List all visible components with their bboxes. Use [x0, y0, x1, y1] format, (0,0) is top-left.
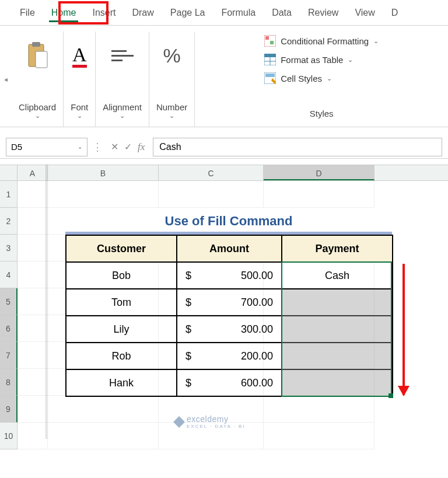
formula-input[interactable]: Cash	[153, 138, 442, 156]
svg-rect-11	[265, 74, 275, 77]
group-number[interactable]: % Number⌄	[149, 32, 195, 127]
tab-insert[interactable]: Insert	[84, 0, 124, 26]
group-number-label: Number⌄	[156, 102, 187, 124]
tab-review[interactable]: Review	[300, 0, 346, 26]
tab-file[interactable]: File	[12, 0, 43, 26]
cell-payment[interactable]	[282, 369, 393, 396]
table-row: Hank $600.00	[66, 369, 393, 396]
conditional-formatting-icon	[264, 35, 276, 47]
tab-data[interactable]: Data	[264, 0, 300, 26]
paste-icon	[25, 35, 50, 76]
table-row: Bob $500.00 Cash	[66, 262, 393, 289]
table-row: Lily $300.00	[66, 316, 393, 343]
col-header-A[interactable]: A	[18, 165, 48, 180]
header-customer[interactable]: Customer	[66, 235, 177, 262]
data-table: Customer Amount Payment Bob $500.00 Cash…	[65, 235, 393, 397]
row-header-2[interactable]: 2	[0, 208, 18, 235]
column-headers: A B C D	[0, 165, 448, 181]
formula-bar-divider: ⋮	[88, 141, 107, 153]
cell-payment[interactable]: Cash	[282, 262, 393, 289]
ribbon: ◂ Clipboard⌄ A Font⌄ Alignment⌄ % Number…	[0, 26, 448, 127]
format-as-table-icon	[264, 54, 276, 65]
col-header-B[interactable]: B	[48, 165, 159, 180]
group-styles-label: Styles	[310, 109, 334, 123]
tab-draw[interactable]: Draw	[124, 0, 162, 26]
svg-rect-1	[32, 42, 40, 47]
row-header-6[interactable]: 6	[0, 315, 18, 342]
group-alignment-label: Alignment⌄	[103, 102, 142, 124]
chevron-down-icon: ⌄	[78, 144, 82, 150]
enter-icon[interactable]: ✓	[124, 141, 132, 153]
tab-formulas[interactable]: Formula	[213, 0, 264, 26]
group-styles: Conditional Formatting⌄ Format as Table⌄…	[195, 32, 448, 127]
col-header-C[interactable]: C	[159, 165, 264, 180]
name-box[interactable]: D5 ⌄	[6, 138, 88, 156]
cell-payment[interactable]	[282, 316, 393, 343]
tab-view[interactable]: View	[346, 0, 383, 26]
cell-payment[interactable]	[282, 343, 393, 369]
cell-amount[interactable]: $700.00	[177, 289, 282, 316]
alignment-icon	[111, 35, 134, 76]
cell-amount[interactable]: $600.00	[177, 369, 282, 396]
row-header-8[interactable]: 8	[0, 369, 18, 396]
group-font-label: Font⌄	[71, 102, 88, 124]
formula-bar: D5 ⌄ ⋮ ✕ ✓ fx Cash	[0, 135, 448, 159]
select-all-corner[interactable]	[0, 165, 18, 180]
row-header-9[interactable]: 9	[0, 396, 18, 423]
group-clipboard[interactable]: Clipboard⌄	[12, 32, 64, 127]
percent-icon: %	[163, 35, 181, 76]
col-header-D[interactable]: D	[264, 165, 374, 180]
ribbon-scroll-left[interactable]: ◂	[0, 32, 12, 127]
title-cell[interactable]: Use of Fill Command	[65, 208, 392, 235]
group-font[interactable]: A Font⌄	[64, 32, 96, 127]
group-clipboard-label: Clipboard⌄	[19, 102, 56, 124]
cell-customer[interactable]: Tom	[66, 289, 177, 316]
group-alignment[interactable]: Alignment⌄	[96, 32, 149, 127]
row-header-1[interactable]: 1	[0, 181, 18, 208]
row-header-10[interactable]: 10	[0, 423, 18, 449]
cell-styles-button[interactable]: Cell Styles⌄	[264, 72, 332, 84]
svg-rect-4	[265, 36, 269, 40]
svg-rect-2	[36, 51, 47, 68]
row-header-3[interactable]: 3	[0, 235, 18, 261]
cell-amount[interactable]: $200.00	[177, 343, 282, 369]
cell-customer[interactable]: Rob	[66, 343, 177, 369]
callout-arrow-down	[402, 264, 405, 395]
cancel-icon[interactable]: ✕	[111, 141, 118, 153]
watermark: exceldemy EXCEL · DATA · BI	[175, 414, 246, 429]
row-header-7[interactable]: 7	[0, 342, 18, 369]
svg-rect-5	[270, 41, 274, 44]
fx-icon[interactable]: fx	[138, 141, 145, 153]
table-header-row: Customer Amount Payment	[66, 235, 393, 262]
row-header-4[interactable]: 4	[0, 261, 18, 288]
header-payment[interactable]: Payment	[282, 235, 393, 262]
watermark-icon	[173, 416, 185, 428]
cell-amount[interactable]: $500.00	[177, 262, 282, 289]
ribbon-tabs: File Home Insert Draw Page La Formula Da…	[0, 0, 448, 26]
tab-home[interactable]: Home	[43, 0, 85, 26]
cell-customer[interactable]: Hank	[66, 369, 177, 396]
tab-more[interactable]: D	[383, 0, 407, 26]
cell-amount[interactable]: $300.00	[177, 316, 282, 343]
worksheet[interactable]: A B C D 1 2 3 4 5 6 7 8 9 10 Use of Fill…	[0, 165, 448, 449]
tab-page-layout[interactable]: Page La	[162, 0, 214, 26]
cell-payment[interactable]	[282, 289, 393, 316]
format-as-table-button[interactable]: Format as Table⌄	[264, 54, 353, 65]
table-row: Rob $200.00	[66, 343, 393, 369]
cell-customer[interactable]: Bob	[66, 262, 177, 289]
table-row: Tom $700.00	[66, 289, 393, 316]
cell-customer[interactable]: Lily	[66, 316, 177, 343]
conditional-formatting-button[interactable]: Conditional Formatting⌄	[264, 35, 379, 47]
row-header-5[interactable]: 5	[0, 288, 18, 315]
cell-styles-icon	[264, 72, 276, 84]
header-amount[interactable]: Amount	[177, 235, 282, 262]
font-icon: A	[72, 35, 87, 76]
